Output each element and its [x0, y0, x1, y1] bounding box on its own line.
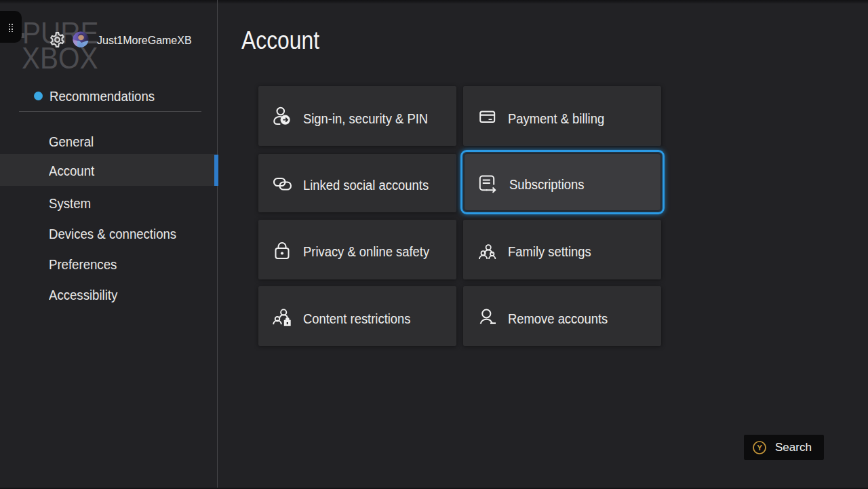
svg-text:Y: Y [757, 444, 762, 452]
